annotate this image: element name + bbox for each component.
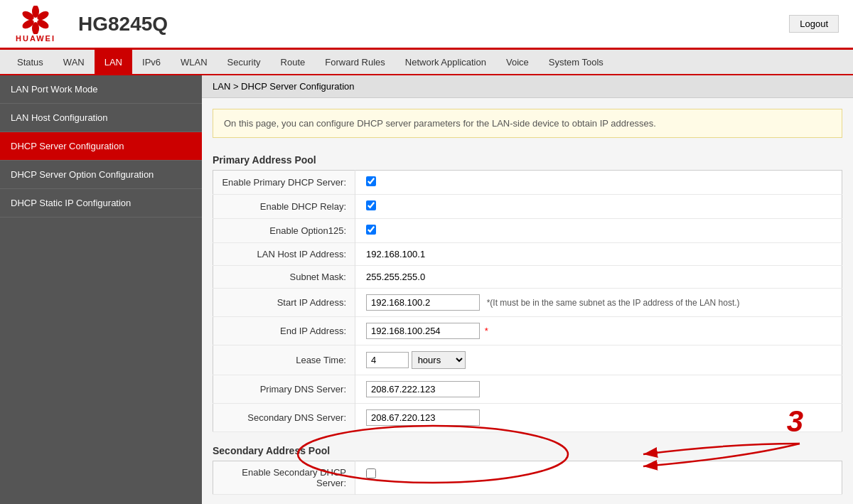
enable-secondary-dhcp-checkbox[interactable]: [366, 468, 376, 478]
nav-item-security[interactable]: Security: [218, 50, 271, 74]
sidebar-item-lan-port-work-mode[interactable]: LAN Port Work Mode: [0, 75, 202, 104]
primary-pool-table: Enable Primary DHCP Server: Enable DHCP …: [213, 170, 842, 432]
secondary-pool-section: Secondary Address Pool Enable Secondary …: [213, 439, 842, 495]
field-label: Subnet Mask:: [213, 266, 355, 289]
field-label: Lease Time:: [213, 345, 355, 375]
lease-time-unit-select[interactable]: minutes hours days: [412, 351, 466, 369]
nav-item-status[interactable]: Status: [7, 50, 53, 74]
field-label: Enable DHCP Relay:: [213, 195, 355, 219]
start-ip-input[interactable]: [366, 294, 480, 311]
secondary-dns-input[interactable]: [366, 409, 480, 426]
logo-area: HUAWEI: [14, 6, 57, 43]
nav-item-voice[interactable]: Voice: [496, 50, 539, 74]
sidebar-item-lan-host-configuration[interactable]: LAN Host Configuration: [0, 104, 202, 132]
enable-primary-dhcp-checkbox[interactable]: [366, 176, 376, 186]
brand-name: HUAWEI: [16, 34, 55, 43]
lease-time-input[interactable]: [366, 352, 409, 368]
table-row: End IP Address: *: [213, 317, 842, 345]
subnet-mask-value: 255.255.255.0: [355, 266, 842, 289]
field-label: End IP Address:: [213, 317, 355, 345]
field-label: Enable Primary DHCP Server:: [213, 171, 355, 195]
required-marker: *: [485, 326, 488, 336]
breadcrumb: LAN > DHCP Server Configuration: [202, 75, 853, 98]
sidebar-item-dhcp-server-configuration[interactable]: DHCP Server Configuration: [0, 132, 202, 161]
enable-option125-checkbox[interactable]: [366, 225, 376, 235]
field-label: Start IP Address:: [213, 289, 355, 317]
nav-item-wlan[interactable]: WLAN: [171, 50, 218, 74]
nav-item-ipv6[interactable]: IPv6: [132, 50, 171, 74]
secondary-pool-title: Secondary Address Pool: [213, 439, 842, 461]
content-area: LAN > DHCP Server Configuration On this …: [202, 75, 853, 504]
logout-button[interactable]: Logout: [789, 15, 839, 33]
table-row: Subnet Mask: 255.255.255.0: [213, 266, 842, 289]
table-row: LAN Host IP Address: 192.168.100.1: [213, 243, 842, 266]
nav-item-forward-rules[interactable]: Forward Rules: [315, 50, 395, 74]
secondary-pool-table: Enable Secondary DHCPServer:: [213, 461, 842, 495]
huawei-logo-icon: [14, 6, 57, 34]
nav-item-route[interactable]: Route: [271, 50, 316, 74]
sidebar: LAN Port Work ModeLAN Host Configuration…: [0, 75, 202, 504]
field-label: Enable Secondary DHCPServer:: [213, 461, 355, 495]
sidebar-item-dhcp-server-option-configuration[interactable]: DHCP Server Option Configuration: [0, 161, 202, 189]
primary-pool-section: Primary Address Pool Enable Primary DHCP…: [213, 149, 842, 432]
device-name: HG8245Q: [78, 13, 789, 36]
main-nav: StatusWANLANIPv6WLANSecurityRouteForward…: [0, 50, 853, 75]
enable-dhcp-relay-checkbox[interactable]: [366, 200, 376, 210]
field-label: Secondary DNS Server:: [213, 404, 355, 432]
field-label: Enable Option125:: [213, 219, 355, 243]
field-label: Primary DNS Server:: [213, 375, 355, 404]
primary-dns-input[interactable]: [366, 381, 480, 397]
nav-item-lan[interactable]: LAN: [95, 50, 132, 74]
nav-item-system-tools[interactable]: System Tools: [539, 50, 613, 74]
primary-dns-row: Primary DNS Server:: [213, 375, 842, 404]
sidebar-item-dhcp-static-ip-configuration[interactable]: DHCP Static IP Configuration: [0, 189, 202, 218]
table-row: Enable Primary DHCP Server:: [213, 171, 842, 195]
table-row: Enable DHCP Relay:: [213, 195, 842, 219]
end-ip-input[interactable]: [366, 323, 480, 339]
start-ip-hint: *(It must be in the same subnet as the I…: [487, 298, 740, 308]
primary-pool-title: Primary Address Pool: [213, 149, 842, 170]
nav-item-network-application[interactable]: Network Application: [395, 50, 496, 74]
nav-item-wan[interactable]: WAN: [53, 50, 95, 74]
field-label: LAN Host IP Address:: [213, 243, 355, 266]
table-row: Start IP Address: *(It must be in the sa…: [213, 289, 842, 317]
info-box: On this page, you can configure DHCP ser…: [213, 109, 842, 138]
table-row: Enable Secondary DHCPServer:: [213, 461, 842, 495]
annotation-number-3: 3: [787, 404, 803, 439]
table-row: Enable Option125:: [213, 219, 842, 243]
lan-host-ip-value: 192.168.100.1: [355, 243, 842, 266]
secondary-dns-row: Secondary DNS Server:: [213, 404, 842, 432]
table-row: Lease Time: minutes hours days: [213, 345, 842, 375]
